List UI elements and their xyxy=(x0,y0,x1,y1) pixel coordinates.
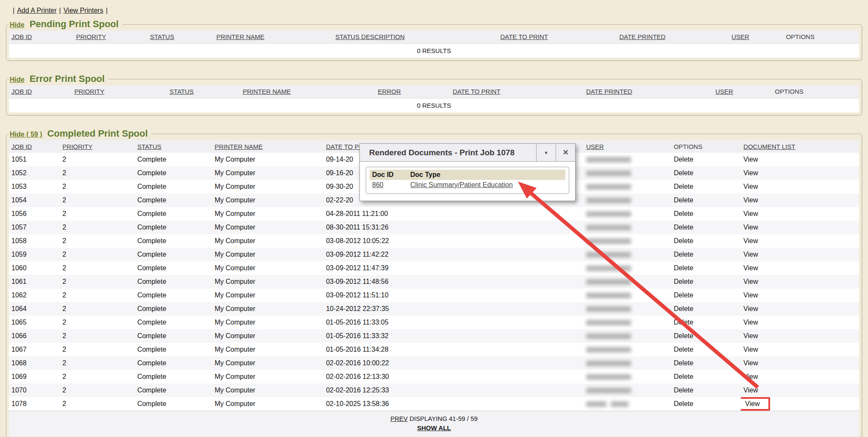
column-header-cell: USER xyxy=(713,85,772,98)
add-a-printer-link[interactable]: Add A Printer xyxy=(17,7,56,14)
cell-priority: 2 xyxy=(60,370,135,384)
hide-error-link[interactable]: Hide xyxy=(10,76,25,84)
column-header-cell: DATE TO PRINT xyxy=(450,85,584,98)
column-header-status_description[interactable]: STATUS DESCRIPTION xyxy=(335,33,405,40)
cell-status: Complete xyxy=(135,343,212,356)
view-link[interactable]: View xyxy=(743,264,758,272)
view-link-highlighted[interactable]: View xyxy=(741,397,770,411)
view-link[interactable]: View xyxy=(743,196,758,204)
dialog-title: Rendered Documents - Print Job 1078 xyxy=(360,144,536,161)
delete-link[interactable]: Delete xyxy=(674,183,693,190)
dialog-minimize-button[interactable]: ▼ xyxy=(536,144,556,161)
column-header-printer_name[interactable]: PRINTER NAME xyxy=(243,88,291,95)
column-header-printer_name[interactable]: PRINTER NAME xyxy=(214,143,262,150)
pagination-line: PREV DISPLAYING 41-59 / 59 xyxy=(9,414,859,423)
column-header-priority[interactable]: PRIORITY xyxy=(62,143,92,150)
cell-priority: 2 xyxy=(60,207,135,221)
view-link[interactable]: View xyxy=(743,332,758,339)
delete-link[interactable]: Delete xyxy=(674,196,693,204)
view-link[interactable]: View xyxy=(743,224,758,231)
column-header-options: OPTIONS xyxy=(775,88,804,95)
view-link[interactable]: View xyxy=(743,169,758,176)
doc-id-column-header: Doc ID xyxy=(370,170,408,180)
view-link[interactable]: View xyxy=(743,156,758,163)
cell-job_id: 1053 xyxy=(9,180,60,193)
view-printers-link[interactable]: View Printers xyxy=(64,7,103,14)
table-row: 10652CompleteMy Computer01-05-2016 11:33… xyxy=(9,316,859,329)
column-header-job_id[interactable]: JOB ID xyxy=(11,33,32,40)
delete-link[interactable]: Delete xyxy=(674,264,693,272)
column-header-cell: PRINTER NAME xyxy=(240,85,376,98)
cell-document_list: View xyxy=(741,248,859,261)
cell-status: Complete xyxy=(135,207,212,221)
delete-link[interactable]: Delete xyxy=(674,251,693,258)
prev-page-link[interactable]: PREV xyxy=(390,415,408,422)
column-header-user[interactable]: USER xyxy=(715,88,733,95)
delete-link[interactable]: Delete xyxy=(674,210,693,217)
view-link[interactable]: View xyxy=(743,251,758,258)
delete-link[interactable]: Delete xyxy=(674,224,693,231)
delete-link[interactable]: Delete xyxy=(674,169,693,176)
column-header-date_printed[interactable]: DATE PRINTED xyxy=(619,33,665,40)
cell-date_printed xyxy=(481,248,584,261)
view-link[interactable]: View xyxy=(743,373,758,380)
view-link[interactable]: View xyxy=(743,291,758,299)
view-link[interactable]: View xyxy=(743,278,758,285)
column-header-date_to_print[interactable]: DATE TO PRINT xyxy=(500,33,548,40)
column-header-cell: DATE PRINTED xyxy=(617,31,729,43)
view-link[interactable]: View xyxy=(743,305,758,312)
column-header-job_id[interactable]: JOB ID xyxy=(11,143,32,150)
view-link[interactable]: View xyxy=(743,183,758,190)
hide-completed-link[interactable]: Hide ( 59 ) xyxy=(10,131,42,138)
delete-link[interactable]: Delete xyxy=(674,332,693,339)
view-link[interactable]: View xyxy=(743,319,758,326)
delete-link[interactable]: Delete xyxy=(674,346,693,353)
delete-link[interactable]: Delete xyxy=(674,291,693,299)
delete-link[interactable]: Delete xyxy=(674,400,693,407)
cell-date_to_print: 03-09-2012 11:42:22 xyxy=(323,248,481,261)
column-header-priority[interactable]: PRIORITY xyxy=(76,33,106,40)
delete-link[interactable]: Delete xyxy=(674,278,693,285)
column-header-status[interactable]: STATUS xyxy=(170,88,194,95)
redacted-user-value xyxy=(586,279,631,285)
view-link[interactable]: View xyxy=(743,210,758,217)
delete-link[interactable]: Delete xyxy=(674,373,693,380)
doc-id-link[interactable]: 860 xyxy=(372,181,384,188)
column-header-printer_name[interactable]: PRINTER NAME xyxy=(216,33,264,40)
hide-pending-link[interactable]: Hide xyxy=(10,21,25,29)
delete-link[interactable]: Delete xyxy=(674,305,693,312)
cell-options: Delete xyxy=(671,207,741,221)
column-header-date_printed[interactable]: DATE PRINTED xyxy=(586,88,632,95)
column-header-job_id[interactable]: JOB ID xyxy=(11,88,32,95)
column-header-priority[interactable]: PRIORITY xyxy=(74,88,104,95)
column-header-cell: DATE PRINTED xyxy=(584,85,713,98)
delete-link[interactable]: Delete xyxy=(674,237,693,244)
view-link[interactable]: View xyxy=(743,237,758,244)
column-header-document_list[interactable]: DOCUMENT LIST xyxy=(743,143,795,150)
cell-job_id: 1069 xyxy=(9,370,60,384)
cell-document_list: View xyxy=(741,329,859,343)
column-header-status[interactable]: STATUS xyxy=(150,33,174,40)
column-header-user[interactable]: USER xyxy=(586,143,604,150)
cell-date_to_print: 03-09-2012 11:47:39 xyxy=(323,261,481,275)
delete-link[interactable]: Delete xyxy=(674,387,693,394)
view-link[interactable]: View xyxy=(743,359,758,367)
dialog-close-button[interactable]: ✕ xyxy=(556,144,575,161)
cell-priority: 2 xyxy=(60,343,135,356)
show-all-link[interactable]: SHOW ALL xyxy=(417,424,451,431)
column-header-user[interactable]: USER xyxy=(732,33,749,40)
error-section-title: Error Print Spool xyxy=(30,73,105,84)
column-header-error[interactable]: ERROR xyxy=(378,88,401,95)
view-link[interactable]: View xyxy=(743,387,758,394)
view-link[interactable]: View xyxy=(743,346,758,353)
column-header-date_to_print[interactable]: DATE TO PRINT xyxy=(453,88,501,95)
delete-link[interactable]: Delete xyxy=(674,156,693,163)
column-header-status[interactable]: STATUS xyxy=(137,143,161,150)
delete-link[interactable]: Delete xyxy=(674,319,693,326)
delete-link[interactable]: Delete xyxy=(674,359,693,367)
chevron-down-icon: ▼ xyxy=(544,150,548,155)
cell-priority: 2 xyxy=(60,302,135,316)
cell-status: Complete xyxy=(135,356,212,370)
doc-type-link[interactable]: Clinic Summary/Patient Education xyxy=(410,181,513,188)
cell-date_to_print: 04-28-2011 11:21:00 xyxy=(323,207,481,221)
